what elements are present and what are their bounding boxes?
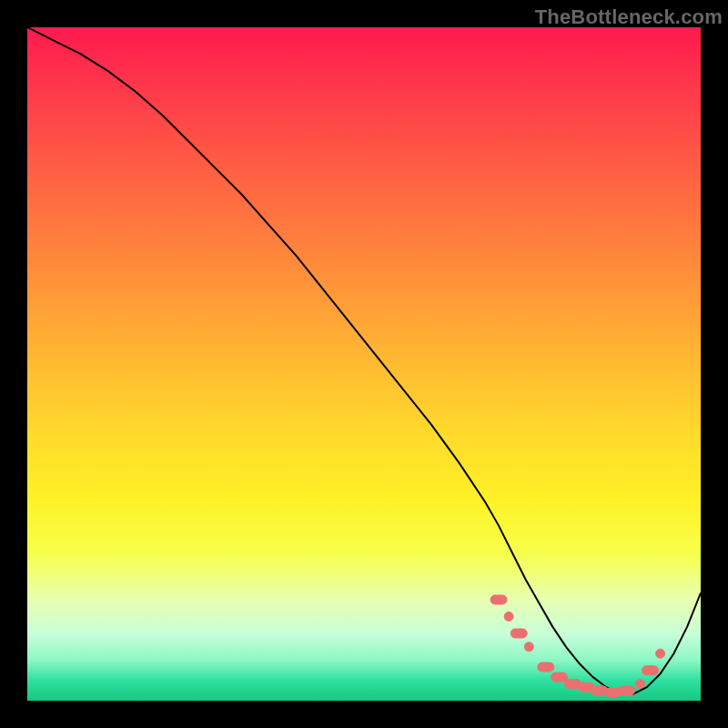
curve-marker	[538, 662, 554, 672]
curve-marker	[619, 686, 635, 695]
curve-marker	[490, 595, 507, 604]
curve-marker	[524, 642, 533, 652]
curve-marker	[511, 629, 527, 638]
bottleneck-curve	[27, 27, 701, 694]
chart-overlay	[27, 27, 701, 701]
curve-marker	[642, 666, 659, 675]
curve-marker	[635, 680, 644, 689]
chart-frame: TheBottleneck.com	[0, 0, 728, 728]
markers-group	[490, 595, 665, 697]
watermark-text: TheBottleneck.com	[535, 5, 723, 29]
plot-area	[27, 27, 701, 701]
curve-marker	[656, 649, 665, 658]
curve-marker	[551, 672, 568, 682]
curve-marker	[504, 612, 513, 622]
